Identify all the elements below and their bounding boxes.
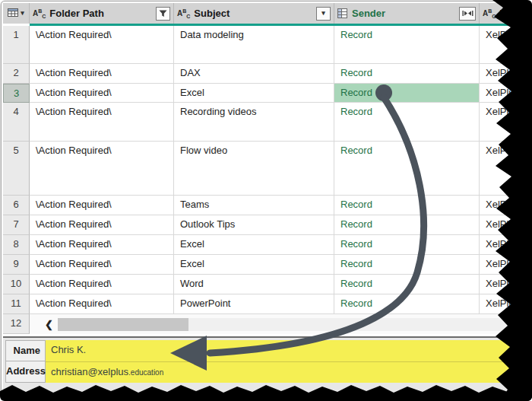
subject-cell[interactable]: DAX xyxy=(174,64,334,84)
subject-cell[interactable]: Word xyxy=(174,275,334,294)
row-number[interactable]: 10 xyxy=(3,275,30,294)
sender-record-link[interactable]: Record xyxy=(334,255,480,275)
row-number[interactable]: 6 xyxy=(3,196,30,215)
folder-path-cell[interactable]: \Action Required\ xyxy=(30,275,174,294)
subject-cell[interactable]: Outlook Tips xyxy=(174,215,334,235)
preview-field-name: Name Chris K. xyxy=(3,340,530,361)
select-all-corner-button[interactable]: ▾ xyxy=(3,3,30,24)
field-label: Name xyxy=(5,340,46,361)
abc-type-icon: ABC xyxy=(177,8,190,19)
subject-cell[interactable]: Recording videos xyxy=(174,103,334,142)
sender-record-link[interactable]: Record xyxy=(334,26,480,64)
display-name-cell[interactable]: XelPlus xyxy=(480,64,530,84)
sender-record-link[interactable]: Record xyxy=(334,294,480,314)
column-header-display-name[interactable]: ABC Disp xyxy=(480,3,530,24)
abc-type-icon: ABC xyxy=(483,8,496,19)
record-type-icon xyxy=(337,8,348,18)
table-row: 7 \Action Required\ Outlook Tips Record … xyxy=(3,215,530,235)
scrollbar-thumb[interactable] xyxy=(58,318,188,331)
sender-record-link[interactable]: Record xyxy=(334,142,480,196)
display-name-cell[interactable]: XelPlus xyxy=(480,255,530,275)
scrollbar-track[interactable] xyxy=(58,318,530,331)
row-number[interactable]: 2 xyxy=(3,64,30,84)
row-number[interactable]: 3 xyxy=(3,84,30,103)
display-name-cell[interactable]: XelPlus xyxy=(480,215,530,235)
table-row: 8 \Action Required\ Excel Record XelPlus xyxy=(3,235,530,255)
expand-column-button[interactable] xyxy=(459,7,476,21)
sender-record-link[interactable]: Record xyxy=(334,275,480,294)
subject-cell[interactable]: Excel xyxy=(174,235,334,255)
folder-path-cell[interactable]: \Action Required\ xyxy=(30,103,174,142)
subject-cell[interactable]: Flow video xyxy=(174,142,334,196)
table-row: 1 \Action Required\ Data modeling Record… xyxy=(3,26,530,64)
horizontal-scrollbar[interactable]: ❮ xyxy=(30,314,530,334)
row-number[interactable]: 5 xyxy=(3,142,30,196)
display-name-cell[interactable]: XelPlus xyxy=(480,196,530,215)
sender-record-link[interactable]: Record xyxy=(334,103,480,142)
folder-path-cell[interactable]: \Action Required\ xyxy=(30,64,174,84)
folder-path-cell[interactable]: \Action Required\ xyxy=(30,142,174,196)
display-name-cell[interactable]: XelPlus xyxy=(480,142,530,196)
window-frame: ▾ ABC Folder Path ABC Subject ▾ xyxy=(1,1,531,400)
display-name-cell[interactable]: XelPlus xyxy=(480,275,530,294)
row-number[interactable]: 11 xyxy=(3,294,30,314)
folder-path-cell[interactable]: \Action Required\ xyxy=(30,84,174,103)
row-number[interactable]: 4 xyxy=(3,103,30,142)
abc-type-icon: ABC xyxy=(33,8,46,19)
scrollbar-row: 12 ❮ xyxy=(3,314,530,334)
row-number[interactable]: 8 xyxy=(3,235,30,255)
subject-cell[interactable]: PowerPoint xyxy=(174,294,334,314)
display-name-cell[interactable]: XelPlus xyxy=(480,103,530,142)
field-value-highlighted: christian@xelplus.education xyxy=(46,361,530,383)
corner-caret-icon: ▾ xyxy=(21,10,24,17)
subject-cell[interactable]: Data modeling xyxy=(174,26,334,64)
subject-cell[interactable]: Teams xyxy=(174,196,334,215)
data-grid: ▾ ABC Folder Path ABC Subject ▾ xyxy=(3,3,530,334)
row-number[interactable]: 7 xyxy=(3,215,30,235)
power-query-editor-screenshot: ▾ ABC Folder Path ABC Subject ▾ xyxy=(0,0,532,401)
display-name-cell[interactable]: XelPlus xyxy=(480,235,530,255)
dropdown-caret-icon: ▾ xyxy=(321,10,325,17)
column-dropdown-button[interactable]: ▾ xyxy=(316,7,331,21)
table-row-selected: 3 \Action Required\ Excel Record XelPlus xyxy=(3,84,530,103)
display-name-cell[interactable]: XelPlus xyxy=(480,84,530,103)
row-number[interactable]: 12 xyxy=(3,314,30,334)
sender-record-link[interactable]: Record xyxy=(334,196,480,215)
table-row: 11 \Action Required\ PowerPoint Record X… xyxy=(3,294,530,314)
table-icon xyxy=(8,8,20,18)
subject-cell[interactable]: Excel xyxy=(174,84,334,103)
folder-path-cell[interactable]: \Action Required\ xyxy=(30,196,174,215)
filter-button[interactable] xyxy=(156,7,170,21)
column-label: Sender xyxy=(352,8,455,19)
row-number[interactable]: 1 xyxy=(3,26,30,64)
table-row: 5 \Action Required\ Flow video Record Xe… xyxy=(3,142,530,196)
table-row: 9 \Action Required\ Excel Record XelPlus xyxy=(3,255,530,275)
record-preview-pane: Name Chris K. Address christian@xelplus.… xyxy=(3,336,530,399)
table-row: 2 \Action Required\ DAX Record XelPlus xyxy=(3,64,530,84)
display-name-cell[interactable]: XelPlus xyxy=(480,294,530,314)
sender-record-link[interactable]: Record xyxy=(334,64,480,84)
column-label: Subject xyxy=(194,8,312,19)
folder-path-cell[interactable]: \Action Required\ xyxy=(30,235,174,255)
folder-path-cell[interactable]: \Action Required\ xyxy=(30,215,174,235)
column-header-subject[interactable]: ABC Subject ▾ xyxy=(174,3,334,24)
field-value-highlighted: Chris K. xyxy=(46,340,530,361)
column-header-folder-path[interactable]: ABC Folder Path xyxy=(30,3,174,24)
column-header-sender[interactable]: Sender xyxy=(334,3,480,24)
sender-record-link[interactable]: Record xyxy=(334,235,480,255)
folder-path-cell[interactable]: \Action Required\ xyxy=(30,255,174,275)
sender-record-link-selected[interactable]: Record xyxy=(334,84,480,103)
preview-field-address: Address christian@xelplus.education xyxy=(3,361,530,383)
column-label: Folder Path xyxy=(49,8,152,19)
display-name-cell[interactable]: XelPlus xyxy=(480,26,530,64)
subject-cell[interactable]: Excel xyxy=(174,255,334,275)
row-number[interactable]: 9 xyxy=(3,255,30,275)
scroll-left-icon[interactable]: ❮ xyxy=(45,319,53,330)
table-row: 6 \Action Required\ Teams Record XelPlus xyxy=(3,196,530,215)
sender-record-link[interactable]: Record xyxy=(334,215,480,235)
expand-column-icon xyxy=(462,9,473,18)
folder-path-cell[interactable]: \Action Required\ xyxy=(30,294,174,314)
table-row: 4 \Action Required\ Recording videos Rec… xyxy=(3,103,530,142)
column-header-row: ▾ ABC Folder Path ABC Subject ▾ xyxy=(3,3,530,24)
folder-path-cell[interactable]: \Action Required\ xyxy=(30,26,174,64)
